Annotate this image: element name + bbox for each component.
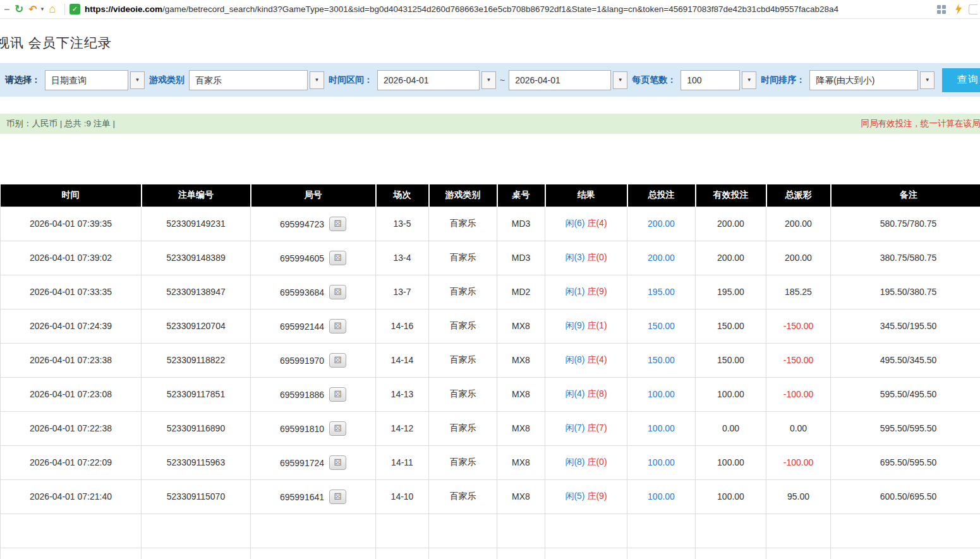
grand-total-empty — [545, 548, 627, 559]
sort-order-value: 降幂(由大到小) — [809, 70, 918, 90]
date-from-value: 2026-04-01 — [377, 70, 480, 90]
result-replay-icon[interactable]: ⚄ — [329, 353, 346, 368]
cell-time: 2026-04-01 07:24:39 — [1, 309, 142, 343]
undo-dropdown-caret-icon[interactable]: ▼ — [40, 6, 45, 12]
banker-result: 庄(4) — [587, 218, 607, 228]
total-bet-link[interactable]: 100.00 — [648, 457, 675, 467]
cell-round-id: 695991641⚄ — [251, 479, 376, 514]
cell-game-type: 百家乐 — [429, 207, 497, 241]
search-button[interactable]: 查询 — [942, 68, 980, 92]
cell-payout: 185.25 — [766, 275, 831, 309]
chevron-down-icon[interactable]: ▼ — [613, 71, 627, 89]
game-type-select[interactable]: 百家乐 ▼ — [189, 70, 324, 90]
undo-icon[interactable]: ↶ — [27, 2, 39, 17]
subtotal-empty — [376, 514, 429, 548]
cell-valid-bet: 200.00 — [696, 241, 766, 275]
total-bet-link[interactable]: 100.00 — [648, 423, 675, 433]
cell-result: 闲(5) 庄(9) — [545, 479, 627, 514]
cell-bet-id: 523309148389 — [142, 241, 251, 275]
grand-total-empty — [376, 548, 429, 559]
query-type-label: 请选择： — [5, 75, 40, 86]
banker-result: 庄(8) — [587, 388, 607, 399]
cell-total-bet: 150.00 — [627, 309, 696, 343]
bet-row: 2026-04-01 07:21:40523309115070695991641… — [1, 479, 980, 514]
total-bet-link[interactable]: 195.00 — [648, 287, 675, 297]
total-bet-link[interactable]: 100.00 — [648, 389, 675, 399]
total-bet-link[interactable]: 200.00 — [648, 219, 675, 229]
page-title: 视讯 会员下注纪录 — [0, 34, 980, 52]
cutoff-right-icon — [969, 4, 977, 15]
grand-total-valid-bet: 1195.00 — [696, 548, 766, 559]
home-icon[interactable]: ⌂ — [45, 2, 60, 17]
result-replay-icon[interactable]: ⚄ — [329, 455, 346, 470]
valid-bet-notice: 同局有效投注，统一计算在该局第 — [861, 118, 980, 129]
total-bet-link[interactable]: 100.00 — [648, 491, 675, 502]
apps-grid-icon[interactable] — [937, 5, 946, 14]
subtotal-empty — [251, 514, 376, 548]
cell-bet-id: 523309138947 — [142, 275, 251, 309]
cell-table-no: MX8 — [497, 479, 545, 514]
banker-result: 庄(9) — [587, 491, 607, 501]
page-size-select[interactable]: 100 ▼ — [681, 70, 756, 90]
round-id-text: 695994605 — [280, 253, 324, 263]
result-replay-icon[interactable]: ⚄ — [329, 421, 346, 436]
cutoff-toolbar-icon: – — [3, 2, 11, 17]
date-from-picker[interactable]: 2026-04-01 ▼ — [377, 70, 496, 90]
cell-payout: 200.00 — [766, 207, 831, 241]
banker-result: 庄(1) — [587, 320, 607, 330]
cell-game-type: 百家乐 — [429, 377, 497, 411]
banker-result: 庄(0) — [587, 252, 607, 262]
query-type-select[interactable]: 日期查询 ▼ — [45, 70, 145, 90]
result-replay-icon[interactable]: ⚄ — [329, 217, 346, 231]
cell-round-id: 695993684⚄ — [251, 275, 376, 309]
chevron-down-icon[interactable]: ▼ — [130, 71, 145, 89]
bet-row: 2026-04-01 07:23:08523309117851695991886… — [1, 377, 980, 411]
grand-total-count: 9 — [142, 548, 251, 559]
total-bet-link[interactable]: 150.00 — [648, 355, 675, 365]
player-result: 闲(6) — [565, 218, 584, 228]
chevron-down-icon[interactable]: ▼ — [742, 71, 756, 89]
cell-valid-bet: 100.00 — [696, 445, 766, 479]
cell-session: 14-16 — [376, 309, 429, 343]
subtotal-valid-bet: 1195.00 — [696, 514, 766, 548]
cell-valid-bet: 200.00 — [696, 207, 766, 241]
result-replay-icon[interactable]: ⚄ — [329, 387, 346, 402]
url-text[interactable]: https://videoie.com/game/betrecord_searc… — [85, 4, 838, 14]
banker-result: 庄(7) — [587, 423, 607, 433]
lightning-boost-icon[interactable] — [955, 4, 962, 15]
date-to-picker[interactable]: 2026-04-01 ▼ — [509, 70, 627, 90]
chevron-down-icon[interactable]: ▼ — [920, 71, 935, 89]
sort-order-select[interactable]: 降幂(由大到小) ▼ — [809, 70, 935, 90]
cell-valid-bet: 0.00 — [696, 411, 766, 445]
result-replay-icon[interactable]: ⚄ — [329, 490, 346, 504]
cell-payout: 0.00 — [766, 411, 831, 445]
page-header: 视讯 会员下注纪录 — [0, 19, 980, 52]
cell-bet-id: 523309120704 — [142, 309, 251, 343]
total-bet-link[interactable]: 200.00 — [648, 253, 675, 263]
grand-total-label: 总计 — [1, 548, 142, 559]
header-result: 结果 — [545, 184, 627, 207]
chevron-down-icon[interactable]: ▼ — [481, 71, 496, 89]
grand-total-empty — [831, 548, 980, 559]
result-replay-icon[interactable]: ⚄ — [329, 285, 346, 299]
cell-session: 14-14 — [376, 343, 429, 377]
cell-result: 闲(9) 庄(1) — [545, 309, 627, 343]
cell-round-id: 695991724⚄ — [251, 445, 376, 479]
bet-row: 2026-04-01 07:23:38523309118822695991970… — [1, 343, 980, 377]
address-bar[interactable]: ✓ https://videoie.com/game/betrecord_sea… — [70, 4, 931, 15]
sort-order-label: 时间排序： — [761, 75, 805, 86]
cell-table-no: MD3 — [497, 241, 545, 275]
result-replay-icon[interactable]: ⚄ — [329, 251, 346, 265]
banker-result: 庄(9) — [587, 286, 607, 296]
subtotal-empty — [831, 514, 980, 548]
chevron-down-icon[interactable]: ▼ — [310, 71, 324, 89]
result-replay-icon[interactable]: ⚄ — [329, 319, 346, 334]
bet-row: 2026-04-01 07:39:35523309149231695994723… — [1, 207, 980, 241]
cell-result: 闲(7) 庄(7) — [545, 411, 627, 445]
cell-game-type: 百家乐 — [429, 445, 497, 479]
refresh-icon[interactable]: ↻ — [11, 2, 27, 17]
cell-bet-id: 523309115070 — [142, 479, 251, 514]
round-id-text: 695993684 — [280, 287, 324, 297]
cell-game-type: 百家乐 — [429, 309, 497, 343]
total-bet-link[interactable]: 150.00 — [648, 321, 675, 331]
